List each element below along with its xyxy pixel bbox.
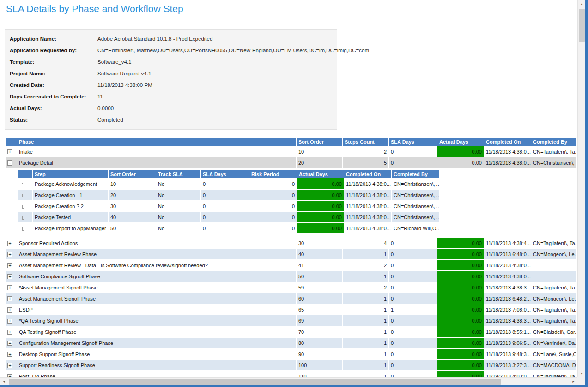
step-name-cell: Package Import to AppManager	[33, 223, 109, 234]
info-panel: Application Name:Adobe Acrobat Standard …	[5, 29, 337, 130]
step-track-sla-cell: No	[156, 190, 201, 201]
phase-row: +Software Compliance Signoff Phase50100.…	[6, 271, 576, 282]
expand-icon[interactable]: +	[7, 363, 12, 368]
phase-completed-on-cell: 11/19/2013 3:27:3...	[484, 360, 531, 371]
expand-icon[interactable]: +	[7, 149, 12, 154]
window-frame-right	[585, 0, 588, 387]
phase-name-cell: *Asset Management Signoff Phase	[17, 282, 297, 293]
phase-sort-order-cell: 41	[297, 260, 343, 271]
phase-completed-on-cell: 11/18/2013 9:48:3...	[484, 349, 531, 360]
phase-sla-days-cell: 0	[389, 260, 437, 271]
info-field-value: Adobe Acrobat Standard 10.1.8 - Prod Exp…	[97, 36, 212, 42]
phase-actual-days-cell: 0.00	[437, 304, 484, 315]
step-column-header: Completed On	[344, 170, 392, 178]
expand-icon[interactable]: +	[7, 252, 12, 257]
phase-row: +Desktop Support Signoff Phase90100.0011…	[6, 349, 576, 360]
phase-sla-days-cell: 0	[389, 271, 437, 282]
step-track-sla-cell: No	[156, 178, 201, 190]
step-sla-days-cell: 0	[201, 178, 249, 190]
phase-steps-count-cell: 5	[343, 157, 389, 168]
expand-cell: +	[6, 349, 17, 360]
expand-cell: +	[6, 146, 17, 157]
phase-completed-on-cell: 11/18/2013 4:38:0...	[484, 271, 531, 282]
vertical-scrollbar-thumb[interactable]	[579, 9, 585, 42]
phase-sort-order-cell: 50	[297, 271, 343, 282]
phase-sort-order-cell: 70	[297, 326, 343, 338]
scroll-down-icon[interactable]: ▼	[578, 369, 586, 377]
phase-steps-count-cell: 1	[343, 249, 389, 260]
step-completed-by-cell: CN=Richard Will,O...	[392, 223, 439, 234]
expand-icon[interactable]: +	[7, 374, 12, 378]
phase-sla-days-cell: 0	[389, 360, 437, 371]
phase-steps-count-cell: 1	[343, 338, 389, 349]
expand-icon[interactable]: +	[7, 263, 12, 268]
phase-column-header: Phase	[17, 138, 297, 146]
expand-icon[interactable]: +	[7, 352, 12, 357]
expand-icon[interactable]: +	[7, 341, 12, 346]
expand-icon[interactable]: +	[7, 307, 12, 313]
step-row: Package Tested40No000.0011/18/2013 4:38:…	[18, 212, 439, 223]
phase-row: +Post- QA Phase110100.0011/19/2013 4:03:…	[6, 371, 576, 378]
step-table-cell: StepSort OrderTrack SLASLA DaysRisk Peri…	[6, 168, 576, 238]
phase-row: +ESDP65110.0011/18/2013 7:08:0...CN=Tagl…	[6, 304, 576, 315]
expand-cell: +	[6, 293, 17, 304]
phase-row: +*QA Testing Signoff Phase69100.0011/18/…	[6, 315, 576, 326]
step-column-header: Completed By	[392, 170, 439, 178]
expand-cell: +	[6, 304, 17, 315]
tree-branch-icon	[22, 205, 29, 209]
info-field-label: Created Date:	[10, 82, 97, 88]
phase-column-header: SLA Days	[389, 138, 437, 146]
phase-table-container: PhaseSort OrderSteps CountSLA DaysActual…	[5, 137, 576, 377]
info-field-value: Software Request v4.1	[97, 71, 151, 77]
phase-completed-by-cell: CN=Verrinder\, Da...	[531, 338, 576, 349]
phase-sla-days-cell: 0	[389, 282, 437, 293]
phase-completed-on-cell: 11/18/2013 6:48:0...	[484, 249, 531, 260]
phase-completed-by-cell: CN=Mongeon\, Le...	[531, 293, 576, 304]
phase-column-header: Steps Count	[343, 138, 389, 146]
phase-name-cell: Intake	[17, 146, 297, 157]
phase-actual-days-cell: 0.00	[437, 238, 484, 249]
phase-sla-days-cell: 0	[389, 338, 437, 349]
step-completed-by-cell: CN=Christiansen\, ...	[392, 190, 439, 201]
collapse-icon[interactable]: −	[7, 160, 12, 166]
phase-completed-on-cell: 11/18/2013 6:48:2...	[484, 293, 531, 304]
phase-steps-count-cell: 2	[343, 260, 389, 271]
expand-icon[interactable]: +	[7, 241, 12, 246]
phase-name-cell: Package Detail	[17, 157, 297, 168]
expand-icon[interactable]: +	[7, 285, 12, 290]
horizontal-scrollbar[interactable]: ◄ ►	[0, 377, 577, 385]
phase-actual-days-cell: 0.00	[437, 271, 484, 282]
phase-row: +Support Readiness Signoff Phase100100.0…	[6, 360, 576, 371]
report-title: SLA Details by Phase and Workflow Step	[6, 3, 183, 14]
phase-row: +Asset Management Signoff Phase60100.001…	[6, 293, 576, 304]
info-field: Actual Days:0.0000	[5, 103, 337, 114]
step-risk-period-cell: 0	[249, 201, 297, 212]
phase-name-cell: Asset Management Review Phase	[17, 249, 297, 260]
scroll-left-icon[interactable]: ◄	[0, 378, 8, 386]
scroll-right-icon[interactable]: ►	[570, 378, 577, 386]
expand-cell: +	[6, 371, 17, 378]
phase-sla-days-cell: 0	[389, 349, 437, 360]
scroll-up-icon[interactable]: ▲	[578, 0, 586, 8]
phase-steps-count-cell: 1	[343, 315, 389, 326]
expand-icon[interactable]: +	[7, 330, 12, 335]
phase-sla-days-cell: 0	[389, 371, 437, 378]
report-content-area: SLA Details by Phase and Workflow Step A…	[0, 0, 577, 377]
info-panel-fields: Application Name:Adobe Acrobat Standard …	[5, 33, 337, 126]
expand-icon[interactable]: +	[7, 274, 12, 279]
phase-column-header: Completed By	[531, 138, 576, 146]
phase-completed-on-cell: 11/18/2013 4:38:0...	[484, 260, 531, 271]
expand-icon[interactable]: +	[7, 319, 12, 324]
phase-sla-days-cell: 0	[389, 157, 437, 168]
step-table-row: StepSort OrderTrack SLASLA DaysRisk Peri…	[6, 168, 576, 238]
step-name-cell: Package Tested	[33, 212, 109, 223]
expand-cell: +	[6, 282, 17, 293]
vertical-scrollbar[interactable]: ▲ ▼	[577, 0, 585, 377]
phase-sort-order-cell: 10	[297, 146, 343, 157]
phase-actual-days-cell: 0.00	[437, 338, 484, 349]
horizontal-scrollbar-thumb[interactable]	[9, 379, 501, 385]
expand-icon[interactable]: +	[7, 296, 12, 301]
info-field: Application Requested by:CN=Edminster\, …	[5, 45, 337, 56]
phase-completed-on-cell: 11/18/2013 7:08:0...	[484, 304, 531, 315]
phase-name-cell: Desktop Support Signoff Phase	[17, 349, 297, 360]
